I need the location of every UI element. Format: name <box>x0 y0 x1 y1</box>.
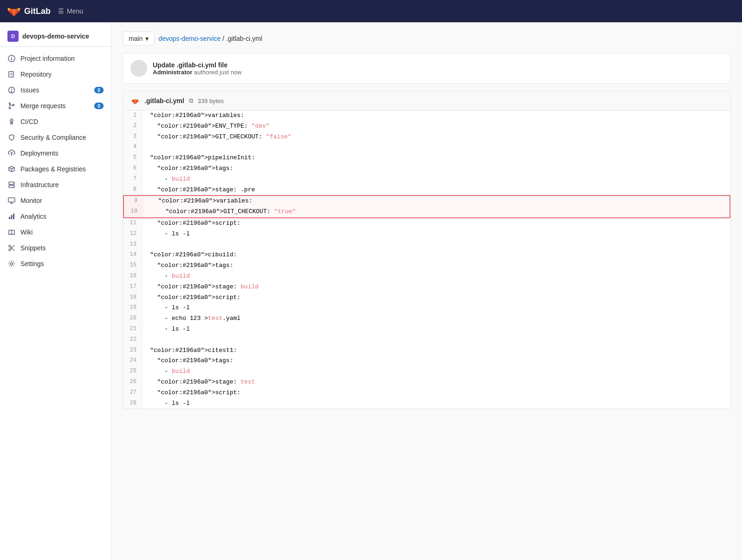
svg-rect-3 <box>9 72 13 77</box>
exclamation-circle-icon <box>7 86 16 94</box>
sidebar-item-infrastructure[interactable]: Infrastructure <box>0 177 111 193</box>
sidebar-item-repository[interactable]: Repository <box>0 66 111 82</box>
line-number: 2 <box>123 121 143 132</box>
gitlab-logo[interactable]: GitLab <box>7 5 51 18</box>
line-number: 7 <box>123 174 143 185</box>
breadcrumb-project-link[interactable]: devops-demo-service <box>158 35 221 42</box>
code-line: 10 "color:#2196a0">GIT_CHECKOUT: "true" <box>123 207 730 218</box>
sidebar-item-cicd[interactable]: CI/CD <box>0 114 111 130</box>
line-content: - build <box>143 174 730 185</box>
breadcrumb-separator: / <box>222 35 226 42</box>
chart-bar-icon <box>7 212 16 221</box>
code-line: 11 "color:#2196a0">script: <box>123 218 730 229</box>
file-viewer: .gitlab-ci.yml ⧉ 339 bytes 1"color:#2196… <box>123 91 731 409</box>
project-name: devops-demo-service <box>22 33 89 40</box>
sidebar-item-security[interactable]: Security & Compliance <box>0 130 111 145</box>
sidebar-label-deployments: Deployments <box>20 150 104 157</box>
code-line: 28 - ls -l <box>123 398 730 409</box>
svg-point-28 <box>9 249 11 251</box>
badge-merge-requests: 0 <box>94 103 104 109</box>
breadcrumb-bar: main ▾ devops-demo-service / .gitlab-ci.… <box>123 32 731 46</box>
sidebar-label-settings: Settings <box>20 260 104 267</box>
project-initial: D <box>11 33 15 39</box>
line-content: "color:#2196a0">stage: test <box>143 377 730 388</box>
line-number: 21 <box>123 324 143 335</box>
code-line: 18 "color:#2196a0">script: <box>123 293 730 303</box>
line-content: "color:#2196a0">cibuild: <box>143 250 730 260</box>
line-content: "color:#2196a0">citest1: <box>143 345 730 356</box>
code-line: 4 <box>123 142 730 153</box>
line-number: 25 <box>123 366 143 377</box>
line-number: 27 <box>123 388 143 398</box>
svg-point-2 <box>11 57 12 58</box>
line-number: 20 <box>123 313 143 324</box>
svg-point-13 <box>11 120 12 121</box>
line-number: 8 <box>123 185 143 195</box>
code-branch-icon <box>7 102 16 110</box>
sidebar-item-settings[interactable]: Settings <box>0 256 111 272</box>
sidebar-item-project-info[interactable]: Project information <box>0 51 111 66</box>
code-line: 13 <box>123 240 730 250</box>
line-number: 4 <box>123 142 143 153</box>
hamburger-icon: ☰ <box>58 7 64 15</box>
svg-rect-20 <box>8 198 15 202</box>
code-line: 20 - echo 123 >test.yaml <box>123 313 730 324</box>
svg-point-31 <box>11 263 13 265</box>
code-line: 3 "color:#2196a0">GIT_CHECKOUT: "false" <box>123 132 730 143</box>
sidebar-item-analytics[interactable]: Analytics <box>0 208 111 224</box>
sidebar-item-snippets[interactable]: Snippets <box>0 240 111 256</box>
line-number: 10 <box>124 207 143 217</box>
line-content: "color:#2196a0">GIT_CHECKOUT: "false" <box>143 132 730 143</box>
line-content <box>143 142 730 153</box>
sidebar-item-packages[interactable]: Packages & Registries <box>0 161 111 177</box>
line-number: 3 <box>123 132 143 143</box>
commit-time: authored just now <box>194 69 242 76</box>
shield-icon <box>7 133 16 142</box>
sidebar-item-wiki[interactable]: Wiki <box>0 224 111 240</box>
sidebar-item-monitor[interactable]: Monitor <box>0 193 111 208</box>
line-content: "color:#2196a0">ENV_TYPE: "dev" <box>143 121 730 132</box>
line-content: "color:#2196a0">script: <box>143 388 730 398</box>
svg-rect-25 <box>13 214 14 219</box>
svg-point-18 <box>13 183 14 184</box>
svg-rect-24 <box>11 215 13 219</box>
line-content: "color:#2196a0">stage: build <box>143 282 730 293</box>
book-icon <box>7 70 16 78</box>
line-number: 23 <box>123 345 143 356</box>
line-content: "color:#2196a0">variables: <box>143 111 730 121</box>
badge-issues: 0 <box>94 87 104 93</box>
commit-author-avatar <box>130 60 147 77</box>
code-area: 1"color:#2196a0">variables:2 "color:#219… <box>123 111 730 409</box>
file-name: .gitlab-ci.yml <box>144 97 184 104</box>
breadcrumb-file: .gitlab-ci.yml <box>226 35 262 42</box>
copy-icon[interactable]: ⧉ <box>189 97 193 104</box>
line-content: "color:#2196a0">tags: <box>143 356 730 366</box>
sidebar-label-infrastructure: Infrastructure <box>20 181 104 189</box>
sidebar-project[interactable]: D devops-demo-service <box>0 26 111 47</box>
line-content: "color:#2196a0">tags: <box>143 260 730 271</box>
book-open-icon <box>7 228 16 236</box>
branch-selector[interactable]: main ▾ <box>123 32 155 46</box>
line-number: 6 <box>123 163 143 174</box>
scissors-icon <box>7 244 16 252</box>
commit-info: Update .gitlab-ci.yml file Administrator… <box>123 53 731 84</box>
sidebar-label-project-info: Project information <box>20 55 104 62</box>
sidebar-label-packages: Packages & Registries <box>20 165 104 173</box>
line-number: 19 <box>123 303 143 313</box>
svg-point-27 <box>9 245 11 247</box>
code-line: 6 "color:#2196a0">tags: <box>123 163 730 174</box>
main-content: main ▾ devops-demo-service / .gitlab-ci.… <box>111 22 742 560</box>
menu-button[interactable]: ☰ Menu <box>58 7 83 15</box>
sidebar-item-issues[interactable]: Issues0 <box>0 82 111 98</box>
line-content <box>143 240 730 250</box>
cloud-upload-icon <box>7 149 16 157</box>
code-line: 5"color:#2196a0">pipelineInit: <box>123 153 730 163</box>
sidebar-item-merge-requests[interactable]: Merge requests0 <box>0 98 111 114</box>
code-line: 21 - ls -l <box>123 324 730 335</box>
line-number: 12 <box>123 229 143 240</box>
code-line: 24 "color:#2196a0">tags: <box>123 356 730 366</box>
sidebar: D devops-demo-service Project informatio… <box>0 22 111 560</box>
line-content: "color:#2196a0">script: <box>143 218 730 229</box>
sidebar-item-deployments[interactable]: Deployments <box>0 145 111 161</box>
line-number: 14 <box>123 250 143 260</box>
